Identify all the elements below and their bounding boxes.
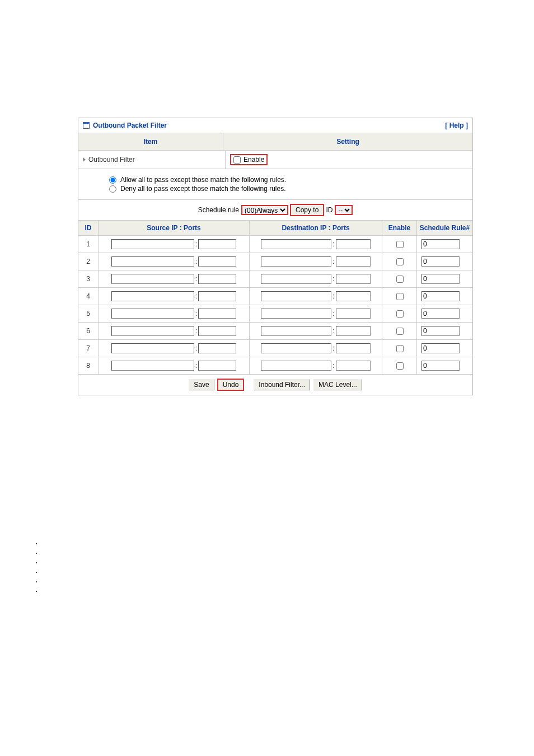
bullet-list — [31, 541, 534, 591]
colon: : — [195, 362, 197, 370]
destination-ip-input[interactable] — [261, 256, 331, 267]
destination-ip-input[interactable] — [261, 326, 331, 336]
destination-ip-input[interactable] — [261, 239, 331, 249]
panel-icon — [83, 122, 90, 129]
schedule-rule-select[interactable]: (00)Always — [241, 205, 288, 215]
row-enable — [382, 270, 417, 287]
row-enable — [382, 340, 417, 357]
colon: : — [195, 310, 197, 318]
source-ip-input[interactable] — [111, 274, 194, 284]
radio-allow[interactable] — [109, 176, 116, 184]
outbound-filter-panel: Outbound Packet Filter [ Help ] Item Set… — [78, 118, 473, 395]
row-destination: : — [250, 253, 382, 270]
colon: : — [195, 344, 197, 352]
schedule-rule-input[interactable] — [421, 291, 460, 301]
destination-port-input[interactable] — [336, 239, 371, 249]
schedule-rule-input[interactable] — [421, 326, 460, 336]
destination-port-input[interactable] — [336, 343, 371, 353]
destination-port-input[interactable] — [336, 291, 371, 301]
source-ip-input[interactable] — [111, 256, 194, 267]
row-rule — [417, 270, 472, 287]
schedule-rule-label: Schedule rule — [198, 206, 239, 214]
help-link[interactable]: [ Help ] — [445, 122, 468, 129]
row-enable — [382, 357, 417, 374]
row-enable-checkbox[interactable] — [396, 310, 404, 318]
row-enable-checkbox[interactable] — [396, 362, 404, 370]
inbound-filter-button[interactable]: Inbound Filter... — [254, 379, 310, 390]
destination-port-input[interactable] — [336, 309, 371, 319]
row-enable — [382, 305, 417, 322]
destination-port-input[interactable] — [336, 274, 371, 284]
schedule-rule-input[interactable] — [421, 274, 460, 284]
undo-button[interactable]: Undo — [218, 379, 244, 390]
colon: : — [332, 362, 334, 370]
row-id: 7 — [78, 340, 99, 357]
mac-level-button[interactable]: MAC Level... — [313, 379, 362, 390]
schedule-rule-input[interactable] — [421, 361, 460, 371]
th-enable: Enable — [382, 221, 417, 235]
th-rule: Schedule Rule# — [417, 221, 472, 235]
destination-ip-input[interactable] — [261, 291, 331, 301]
row-enable-checkbox[interactable] — [396, 276, 404, 283]
source-port-input[interactable] — [198, 343, 236, 353]
schedule-rule-input[interactable] — [421, 309, 460, 319]
source-port-input[interactable] — [198, 274, 236, 284]
colon: : — [195, 240, 197, 248]
row-enable-checkbox[interactable] — [396, 258, 404, 265]
source-ip-input[interactable] — [111, 239, 194, 249]
row-destination: : — [250, 305, 382, 322]
radio-allow-line: Allow all to pass except those match the… — [109, 176, 468, 184]
source-ip-input[interactable] — [111, 291, 194, 301]
rules-table-body: 1::2::3::4::5::6::7::8:: — [78, 236, 472, 375]
source-ip-input[interactable] — [111, 309, 194, 319]
destination-ip-input[interactable] — [261, 343, 331, 353]
save-button[interactable]: Save — [189, 379, 214, 390]
source-port-input[interactable] — [198, 239, 236, 249]
row-enable — [382, 253, 417, 270]
source-ip-input[interactable] — [111, 326, 194, 336]
source-ip-input[interactable] — [111, 343, 194, 353]
footer-row: Save Undo Inbound Filter... MAC Level... — [78, 375, 472, 395]
destination-ip-input[interactable] — [261, 361, 331, 371]
table-row: 6:: — [78, 323, 472, 340]
th-id: ID — [78, 221, 99, 235]
source-port-input[interactable] — [198, 361, 236, 371]
row-enable — [382, 288, 417, 305]
source-port-input[interactable] — [198, 326, 236, 336]
destination-port-input[interactable] — [336, 326, 371, 336]
enable-checkbox[interactable] — [233, 156, 241, 164]
header-item: Item — [78, 133, 223, 150]
row-source: : — [99, 270, 250, 287]
colon: : — [332, 344, 334, 352]
schedule-rule-input[interactable] — [421, 256, 460, 267]
source-port-input[interactable] — [198, 291, 236, 301]
schedule-rule-input[interactable] — [421, 343, 460, 353]
source-port-input[interactable] — [198, 309, 236, 319]
row-rule — [417, 253, 472, 270]
destination-port-input[interactable] — [336, 361, 371, 371]
row-enable-checkbox[interactable] — [396, 293, 404, 300]
schedule-row: Schedule rule (00)Always Copy to ID -- — [78, 200, 472, 221]
copy-to-button[interactable]: Copy to — [291, 204, 324, 216]
source-port-input[interactable] — [198, 256, 236, 267]
radio-deny[interactable] — [109, 185, 116, 193]
radio-deny-label: Deny all to pass except those match the … — [120, 185, 286, 193]
outbound-filter-row: Outbound Filter Enable — [78, 151, 472, 169]
row-id: 4 — [78, 288, 99, 305]
row-source: : — [99, 323, 250, 339]
row-enable-checkbox[interactable] — [396, 241, 404, 248]
destination-port-input[interactable] — [336, 256, 371, 267]
row-rule — [417, 323, 472, 339]
row-source: : — [99, 288, 250, 305]
colon: : — [332, 327, 334, 335]
destination-ip-input[interactable] — [261, 274, 331, 284]
copy-to-id-select[interactable]: -- — [335, 205, 353, 215]
colon: : — [195, 275, 197, 283]
schedule-rule-input[interactable] — [421, 239, 460, 249]
row-enable-checkbox[interactable] — [396, 328, 404, 335]
destination-ip-input[interactable] — [261, 309, 331, 319]
row-source: : — [99, 236, 250, 253]
source-ip-input[interactable] — [111, 361, 194, 371]
panel-title: Outbound Packet Filter — [93, 122, 167, 129]
row-enable-checkbox[interactable] — [396, 345, 404, 352]
